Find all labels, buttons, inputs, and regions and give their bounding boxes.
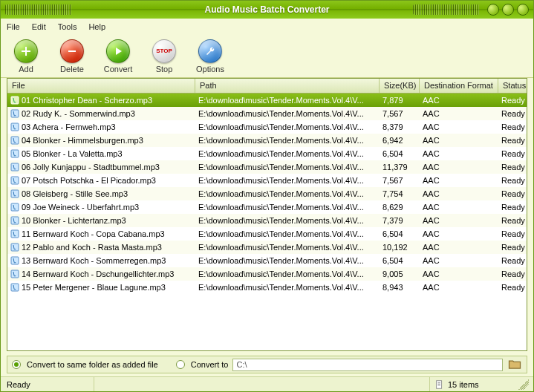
cell-fmt: AAC bbox=[420, 203, 498, 212]
cell-file: 01 Christopher Dean - Scherzo.mp3 bbox=[7, 96, 195, 105]
cell-size: 7,879 bbox=[380, 96, 420, 105]
cell-file: 14 Bernward Koch - Dschungellichter.mp3 bbox=[7, 270, 195, 278]
titlebar[interactable]: Audio Music Batch Converter bbox=[1, 1, 533, 19]
table-row[interactable]: 14 Bernward Koch - Dschungellichter.mp3E… bbox=[7, 267, 527, 281]
cell-size: 8,379 bbox=[380, 122, 420, 131]
table-row[interactable]: 06 Jolly Kunjappu - Stadtbummel.mp3E:\do… bbox=[7, 160, 527, 174]
radio-same-folder[interactable] bbox=[12, 360, 21, 369]
col-file[interactable]: File bbox=[7, 79, 195, 93]
convert-button[interactable]: Convert bbox=[100, 39, 136, 74]
cell-file: 05 Blonker - La Valetta.mp3 bbox=[7, 149, 195, 158]
menu-help[interactable]: Help bbox=[88, 22, 105, 31]
cell-path: E:\download\music\Tender.Moments.Vol.4\V… bbox=[195, 176, 380, 185]
cell-status: Ready bbox=[498, 203, 527, 212]
cell-fmt: AAC bbox=[420, 270, 498, 278]
table-row[interactable]: 10 Blonker - Lichtertanz.mp3E:\download\… bbox=[7, 214, 527, 227]
cell-path: E:\download\music\Tender.Moments.Vol.4\V… bbox=[195, 189, 380, 198]
options-button[interactable]: Options bbox=[192, 39, 228, 74]
resize-grip[interactable] bbox=[518, 379, 529, 390]
cell-path: E:\download\music\Tender.Moments.Vol.4\V… bbox=[195, 243, 380, 252]
window-title: Audio Music Batch Converter bbox=[1, 4, 533, 15]
cell-file: 10 Blonker - Lichtertanz.mp3 bbox=[7, 216, 195, 225]
cell-size: 8,943 bbox=[380, 283, 420, 292]
cell-path: E:\download\music\Tender.Moments.Vol.4\V… bbox=[195, 109, 380, 118]
table-row[interactable]: 15 Peter Mergener - Blaue Lagune.mp3E:\d… bbox=[7, 281, 527, 294]
cell-size: 6,504 bbox=[380, 256, 420, 265]
stop-button[interactable]: STOP Stop bbox=[146, 39, 182, 74]
cell-status: Ready bbox=[498, 136, 527, 145]
col-status[interactable]: Status bbox=[498, 79, 527, 93]
cell-file: 11 Bernward Koch - Copa Cabana.mp3 bbox=[7, 229, 195, 238]
destination-path-input[interactable]: C:\ bbox=[232, 359, 503, 371]
cell-path: E:\download\music\Tender.Moments.Vol.4\V… bbox=[195, 216, 380, 225]
cell-path: E:\download\music\Tender.Moments.Vol.4\V… bbox=[195, 136, 380, 145]
table-row[interactable]: 01 Christopher Dean - Scherzo.mp3E:\down… bbox=[7, 94, 527, 107]
cell-path: E:\download\music\Tender.Moments.Vol.4\V… bbox=[195, 96, 380, 105]
cell-file: 09 Joe Weineck - Uberfahrt.mp3 bbox=[7, 203, 195, 212]
app-window: Audio Music Batch Converter File Edit To… bbox=[0, 0, 534, 392]
cell-status: Ready bbox=[498, 216, 527, 225]
cell-size: 7,567 bbox=[380, 109, 420, 118]
cell-status: Ready bbox=[498, 229, 527, 238]
cell-size: 8,629 bbox=[380, 203, 420, 212]
table-row[interactable]: 11 Bernward Koch - Copa Cabana.mp3E:\dow… bbox=[7, 227, 527, 241]
cell-file: 02 Rudy K. - Sommerwind.mp3 bbox=[7, 109, 195, 118]
play-icon bbox=[106, 39, 130, 63]
cell-size: 7,567 bbox=[380, 176, 420, 185]
status-text: Ready bbox=[5, 377, 94, 391]
cell-size: 10,192 bbox=[380, 243, 420, 252]
cell-fmt: AAC bbox=[420, 163, 498, 172]
cell-file: 13 Bernward Koch - Sommerregen.mp3 bbox=[7, 256, 195, 265]
table-row[interactable]: 09 Joe Weineck - Uberfahrt.mp3E:\downloa… bbox=[7, 200, 527, 214]
cell-path: E:\download\music\Tender.Moments.Vol.4\V… bbox=[195, 149, 380, 158]
minus-icon bbox=[60, 39, 84, 63]
cell-status: Ready bbox=[498, 256, 527, 265]
table-row[interactable]: 03 Achera - Fernweh.mp3E:\download\music… bbox=[7, 120, 527, 134]
menu-file[interactable]: File bbox=[7, 22, 20, 31]
cell-file: 12 Pablo and Koch - Rasta Masta.mp3 bbox=[7, 243, 195, 252]
cell-fmt: AAC bbox=[420, 243, 498, 252]
cell-fmt: AAC bbox=[420, 136, 498, 145]
cell-status: Ready bbox=[498, 122, 527, 131]
table-row[interactable]: 04 Blonker - Himmelsburgen.mp3E:\downloa… bbox=[7, 134, 527, 147]
cell-size: 6,504 bbox=[380, 149, 420, 158]
cell-size: 6,504 bbox=[380, 229, 420, 238]
cell-path: E:\download\music\Tender.Moments.Vol.4\V… bbox=[195, 122, 380, 131]
cell-status: Ready bbox=[498, 96, 527, 105]
col-fmt[interactable]: Destination Format bbox=[420, 79, 498, 93]
table-row[interactable]: 02 Rudy K. - Sommerwind.mp3E:\download\m… bbox=[7, 107, 527, 120]
radio-same-folder-label: Convert to same folder as added file bbox=[27, 360, 158, 369]
cell-file: 03 Achera - Fernweh.mp3 bbox=[7, 122, 195, 131]
radio-convert-to[interactable] bbox=[176, 360, 185, 369]
col-size[interactable]: Size(KB) bbox=[380, 79, 420, 93]
cell-path: E:\download\music\Tender.Moments.Vol.4\V… bbox=[195, 256, 380, 265]
cell-fmt: AAC bbox=[420, 176, 498, 185]
cell-fmt: AAC bbox=[420, 216, 498, 225]
table-row[interactable]: 08 Gleisberg - Stille See.mp3E:\download… bbox=[7, 187, 527, 200]
table-row[interactable]: 12 Pablo and Koch - Rasta Masta.mp3E:\do… bbox=[7, 241, 527, 254]
table-row[interactable]: 05 Blonker - La Valetta.mp3E:\download\m… bbox=[7, 147, 527, 160]
delete-button[interactable]: Delete bbox=[54, 39, 90, 74]
cell-fmt: AAC bbox=[420, 122, 498, 131]
grid-body[interactable]: 01 Christopher Dean - Scherzo.mp3E:\down… bbox=[7, 94, 527, 350]
stop-icon: STOP bbox=[152, 39, 176, 63]
browse-button[interactable] bbox=[507, 358, 522, 371]
menu-tools[interactable]: Tools bbox=[58, 22, 77, 31]
cell-status: Ready bbox=[498, 189, 527, 198]
wrench-icon bbox=[198, 39, 222, 63]
add-button[interactable]: Add bbox=[8, 39, 44, 74]
cell-status: Ready bbox=[498, 109, 527, 118]
svg-rect-0 bbox=[68, 50, 76, 52]
cell-fmt: AAC bbox=[420, 149, 498, 158]
cell-status: Ready bbox=[498, 270, 527, 278]
table-row[interactable]: 07 Potsch Potschka - El Picador.mp3E:\do… bbox=[7, 174, 527, 187]
cell-path: E:\download\music\Tender.Moments.Vol.4\V… bbox=[195, 163, 380, 172]
col-path[interactable]: Path bbox=[195, 79, 380, 93]
cell-fmt: AAC bbox=[420, 256, 498, 265]
cell-fmt: AAC bbox=[420, 229, 498, 238]
cell-file: 04 Blonker - Himmelsburgen.mp3 bbox=[7, 136, 195, 145]
table-row[interactable]: 13 Bernward Koch - Sommerregen.mp3E:\dow… bbox=[7, 254, 527, 267]
cell-file: 15 Peter Mergener - Blaue Lagune.mp3 bbox=[7, 283, 195, 292]
menu-edit[interactable]: Edit bbox=[32, 22, 46, 31]
folder-icon bbox=[507, 357, 522, 372]
